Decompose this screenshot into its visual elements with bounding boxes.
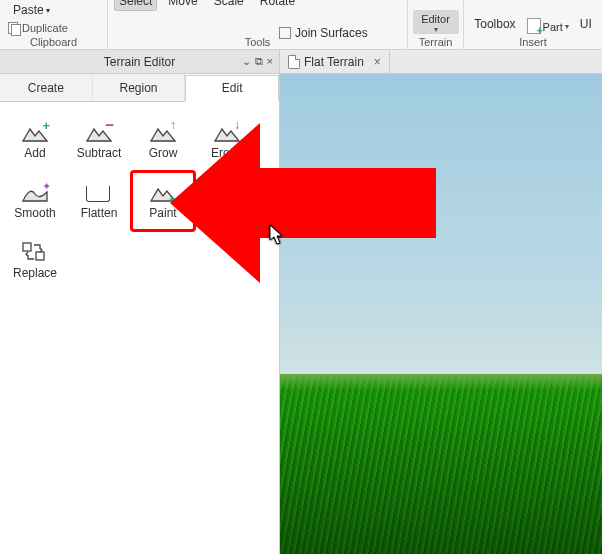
terrain-editor-button[interactable]: Editor ▾	[413, 10, 459, 34]
document-icon	[288, 55, 300, 69]
ui-button[interactable]: UI	[575, 14, 597, 34]
paint-icon: ✦	[150, 182, 176, 204]
panel-tab-strip: Terrain Editor ⌄ ⧉ × Flat Terrain ×	[0, 50, 602, 74]
tool-subtract-label: Subtract	[77, 146, 122, 160]
tool-paint-label: Paint	[149, 206, 176, 220]
subtract-icon: −	[86, 122, 112, 144]
document-title: Flat Terrain	[304, 55, 364, 69]
part-button[interactable]: Part ▾	[527, 16, 569, 34]
panel-collapse-button[interactable]: ⌄	[242, 55, 251, 68]
tool-grow-label: Grow	[149, 146, 178, 160]
svg-rect-1	[23, 243, 31, 251]
tool-add[interactable]: + Add	[4, 112, 66, 170]
tab-edit[interactable]: Edit	[185, 75, 279, 102]
tool-sealevel-label: Sea Level	[200, 206, 253, 220]
panel-close-button[interactable]: ×	[267, 55, 273, 68]
tool-replace[interactable]: Replace	[4, 232, 66, 290]
tool-smooth[interactable]: ✦ Smooth	[4, 172, 66, 230]
main-split: Create Region Edit + Add − S	[0, 74, 602, 554]
replace-icon	[22, 242, 48, 264]
ribbon-label-tools: Tools	[108, 34, 407, 50]
tool-sealevel[interactable]: Sea Level	[196, 172, 258, 230]
ribbon-label-terrain: Terrain	[408, 34, 463, 50]
duplicate-icon	[8, 22, 20, 34]
erode-icon: ↓	[214, 122, 240, 144]
tool-replace-label: Replace	[13, 266, 57, 280]
tool-smooth-label: Smooth	[14, 206, 55, 220]
rotate-button[interactable]: Rotate	[255, 0, 300, 11]
tab-region[interactable]: Region	[93, 74, 186, 101]
add-icon: +	[22, 122, 48, 144]
ribbon-group-tools: Select Move Scale Rotate Join Surfaces T…	[108, 0, 408, 50]
select-button[interactable]: Select	[114, 0, 157, 11]
sealevel-icon	[214, 182, 240, 204]
svg-rect-2	[36, 252, 44, 260]
ribbon-group-terrain: Editor ▾ Terrain	[408, 0, 464, 50]
smooth-icon: ✦	[22, 182, 48, 204]
terrain-editor-panel: Create Region Edit + Add − S	[0, 74, 280, 554]
chevron-down-icon: ▾	[434, 25, 438, 34]
part-icon	[527, 18, 541, 34]
tool-subtract[interactable]: − Subtract	[68, 112, 130, 170]
panel-header-terrain-editor[interactable]: Terrain Editor ⌄ ⧉ ×	[0, 50, 280, 73]
scale-button[interactable]: Scale	[209, 0, 249, 11]
ribbon-label-insert: Insert	[464, 34, 602, 50]
ribbon-group-clipboard: Paste▾ Duplicate Clipboard	[0, 0, 108, 50]
ribbon-label-clipboard: Clipboard	[0, 34, 107, 50]
toolbox-button[interactable]: Toolbox	[469, 14, 520, 34]
panel-title: Terrain Editor	[104, 55, 175, 69]
part-label: Part	[543, 21, 563, 33]
app-window: Paste▾ Duplicate Clipboard Select Move S…	[0, 0, 602, 554]
move-button[interactable]: Move	[163, 0, 202, 11]
document-close-button[interactable]: ×	[374, 55, 381, 69]
tool-paint[interactable]: ✦ Paint	[132, 172, 194, 230]
viewport-terrain	[280, 374, 602, 554]
viewport[interactable]	[280, 74, 602, 554]
grow-icon: ↑	[150, 122, 176, 144]
paste-button[interactable]: Paste▾	[8, 0, 55, 20]
paste-label: Paste	[13, 3, 44, 17]
chevron-down-icon: ▾	[46, 6, 50, 15]
ribbon-group-insert: Toolbox Part ▾ UI Insert	[464, 0, 602, 50]
tool-add-label: Add	[24, 146, 45, 160]
tool-flatten-label: Flatten	[81, 206, 118, 220]
tab-create[interactable]: Create	[0, 74, 93, 101]
duplicate-button[interactable]: Duplicate	[8, 22, 68, 34]
edit-tools-grid: + Add − Subtract ↑ Grow	[0, 102, 279, 300]
tool-grow[interactable]: ↑ Grow	[132, 112, 194, 170]
ribbon: Paste▾ Duplicate Clipboard Select Move S…	[0, 0, 602, 50]
flatten-icon	[86, 182, 112, 204]
document-tab-flat-terrain[interactable]: Flat Terrain ×	[280, 50, 390, 73]
chevron-down-icon: ▾	[565, 22, 569, 31]
tool-erode-label: Erode	[211, 146, 243, 160]
terrain-subtabs: Create Region Edit	[0, 74, 279, 102]
duplicate-label: Duplicate	[22, 22, 68, 34]
terrain-editor-label: Editor	[421, 13, 450, 25]
tool-flatten[interactable]: Flatten	[68, 172, 130, 230]
panel-popout-button[interactable]: ⧉	[255, 55, 263, 68]
tool-erode[interactable]: ↓ Erode	[196, 112, 258, 170]
